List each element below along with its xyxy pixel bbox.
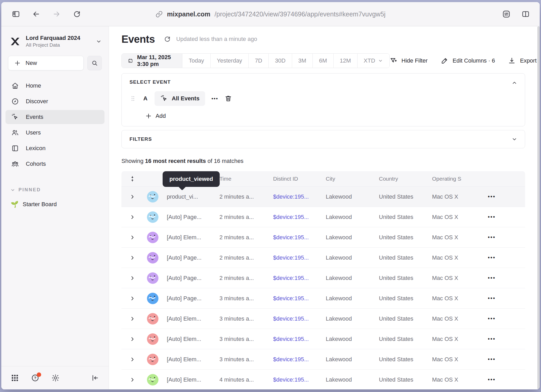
- row-expand-chevron-icon[interactable]: [130, 214, 135, 220]
- row-actions-button[interactable]: •••: [482, 214, 496, 220]
- row-expand-chevron-icon[interactable]: [130, 336, 135, 342]
- event-selector-button[interactable]: All Events: [155, 91, 205, 106]
- back-icon[interactable]: [32, 10, 40, 18]
- export-button[interactable]: Export: [508, 57, 537, 65]
- table-row[interactable]: [Auto] Page... 3 minutes a... $device:19…: [121, 288, 525, 308]
- event-name-cell: [Auto] Elem...: [162, 315, 219, 322]
- table-row[interactable]: [Auto] Elem... 4 minutes a... $device:19…: [121, 369, 525, 389]
- sidebar-item-home[interactable]: Home: [5, 79, 104, 93]
- help-icon[interactable]: ?: [31, 374, 39, 382]
- forward-icon: [52, 10, 61, 18]
- row-expand-chevron-icon[interactable]: [130, 235, 135, 240]
- table-row[interactable]: [Auto] Page... 2 minutes a... $device:19…: [121, 268, 525, 288]
- row-actions-button[interactable]: •••: [482, 336, 496, 342]
- seedling-icon: 🌱: [11, 201, 19, 208]
- column-header-city[interactable]: City: [326, 176, 379, 182]
- sidebar-item-label: Users: [26, 129, 41, 136]
- sidebar-item-events[interactable]: Events: [5, 110, 104, 124]
- date-picker-button[interactable]: Mar 11, 2025 3:30 pm: [122, 54, 182, 68]
- table-row[interactable]: [Auto] Page... 2 minutes a... $device:19…: [121, 207, 525, 227]
- distinct-id-link[interactable]: $device:195...: [273, 193, 326, 200]
- refresh-icon[interactable]: [164, 35, 171, 43]
- range-xtd-button[interactable]: XTD: [357, 54, 389, 68]
- row-expand-chevron-icon[interactable]: [130, 275, 135, 281]
- sidebar-item-users[interactable]: Users: [5, 126, 104, 140]
- table-row[interactable]: [Auto] Elem... 2 minutes a... $device:19…: [121, 227, 525, 247]
- row-actions-button[interactable]: •••: [482, 275, 496, 281]
- row-actions-button[interactable]: •••: [482, 295, 496, 301]
- sidebar-item-lexicon[interactable]: Lexicon: [5, 141, 104, 155]
- table-row[interactable]: [Auto] Elem... 3 minutes a... $device:19…: [121, 329, 525, 349]
- range-yesterday-button[interactable]: Yesterday: [210, 54, 248, 68]
- distinct-id-link[interactable]: $device:195...: [273, 295, 326, 302]
- split-view-icon[interactable]: [521, 10, 530, 18]
- search-button[interactable]: [87, 56, 102, 70]
- row-expand-chevron-icon[interactable]: [130, 296, 135, 301]
- row-actions-button[interactable]: •••: [482, 194, 496, 200]
- sidebar-item-label: Events: [26, 114, 43, 120]
- row-expand-chevron-icon[interactable]: [130, 194, 135, 200]
- event-options-button[interactable]: •••: [211, 96, 218, 101]
- table-row[interactable]: [Auto] Elem... 3 minutes a... $device:19…: [121, 308, 525, 329]
- range-12m-button[interactable]: 12M: [333, 54, 357, 68]
- time-cell: 2 minutes a...: [219, 214, 273, 220]
- collapse-all-rows-icon[interactable]: [129, 175, 136, 182]
- range-today-button[interactable]: Today: [182, 54, 210, 68]
- range-30d-button[interactable]: 30D: [268, 54, 292, 68]
- distinct-id-link[interactable]: $device:195...: [273, 234, 326, 241]
- distinct-id-link[interactable]: $device:195...: [273, 356, 326, 363]
- sidebar-item-cohorts[interactable]: Cohorts: [5, 157, 104, 171]
- project-switcher[interactable]: Lord Farquaad 2024 All Project Data: [9, 35, 102, 48]
- drag-handle-icon[interactable]: [130, 95, 136, 102]
- range-3m-button[interactable]: 3M: [292, 54, 313, 68]
- row-actions-button[interactable]: •••: [482, 255, 496, 261]
- column-header-time[interactable]: Time: [219, 176, 273, 182]
- table-row[interactable]: [Auto] Page... 2 minutes a... $device:19…: [121, 247, 525, 268]
- edit-columns-button[interactable]: Edit Columns · 6: [441, 57, 495, 65]
- column-header-distinct-id[interactable]: Distinct ID: [273, 176, 326, 182]
- users-icon: [11, 129, 19, 137]
- pinned-section-header[interactable]: PINNED: [10, 187, 109, 193]
- reload-icon[interactable]: [73, 10, 81, 18]
- row-actions-button[interactable]: •••: [482, 234, 496, 240]
- page-settings-icon[interactable]: [502, 10, 511, 18]
- page-scrollbar[interactable]: [537, 26, 540, 389]
- face-icon: [147, 232, 158, 243]
- new-button[interactable]: New: [8, 56, 84, 70]
- add-event-button[interactable]: Add: [145, 113, 517, 119]
- avatar: [147, 354, 158, 365]
- row-actions-button[interactable]: •••: [482, 316, 496, 322]
- sidebar-item-discover[interactable]: Discover: [5, 94, 104, 108]
- column-header-country[interactable]: Country: [379, 176, 432, 182]
- svg-text:?: ?: [34, 376, 36, 380]
- apps-grid-icon[interactable]: [11, 374, 19, 382]
- distinct-id-link[interactable]: $device:195...: [273, 275, 326, 281]
- avatar: [147, 211, 158, 223]
- row-expand-chevron-icon[interactable]: [130, 357, 135, 362]
- row-expand-chevron-icon[interactable]: [130, 255, 135, 261]
- collapse-section-chevron-icon[interactable]: [511, 80, 518, 86]
- hide-filter-button[interactable]: Hide Filter: [390, 57, 428, 65]
- range-7d-button[interactable]: 7D: [248, 54, 268, 68]
- distinct-id-link[interactable]: $device:195...: [273, 254, 326, 261]
- row-expand-chevron-icon[interactable]: [130, 316, 135, 322]
- table-row[interactable]: [Auto] Elem... 3 minutes a... $device:19…: [121, 349, 525, 369]
- distinct-id-link[interactable]: $device:195...: [273, 336, 326, 342]
- row-actions-button[interactable]: •••: [482, 356, 496, 362]
- range-6m-button[interactable]: 6M: [312, 54, 333, 68]
- country-cell: United States: [379, 356, 432, 363]
- expand-section-chevron-icon[interactable]: [511, 136, 518, 142]
- distinct-id-link[interactable]: $device:195...: [273, 376, 326, 383]
- distinct-id-link[interactable]: $device:195...: [273, 315, 326, 322]
- address-bar[interactable]: mixpanel.com/project/3472420/view/397469…: [156, 10, 386, 18]
- sidebar-item-starter-board[interactable]: 🌱 Starter Board: [5, 198, 104, 211]
- row-actions-button[interactable]: •••: [482, 377, 496, 383]
- distinct-id-link[interactable]: $device:195...: [273, 214, 326, 220]
- trash-icon[interactable]: [224, 95, 232, 102]
- column-header-os[interactable]: Operating S: [432, 176, 482, 182]
- collapse-sidebar-icon[interactable]: [91, 374, 99, 382]
- browser-sidebar-toggle-icon[interactable]: [12, 10, 20, 18]
- gear-icon[interactable]: [51, 374, 60, 382]
- row-expand-chevron-icon[interactable]: [130, 377, 135, 383]
- filters-card[interactable]: FILTERS: [121, 130, 525, 148]
